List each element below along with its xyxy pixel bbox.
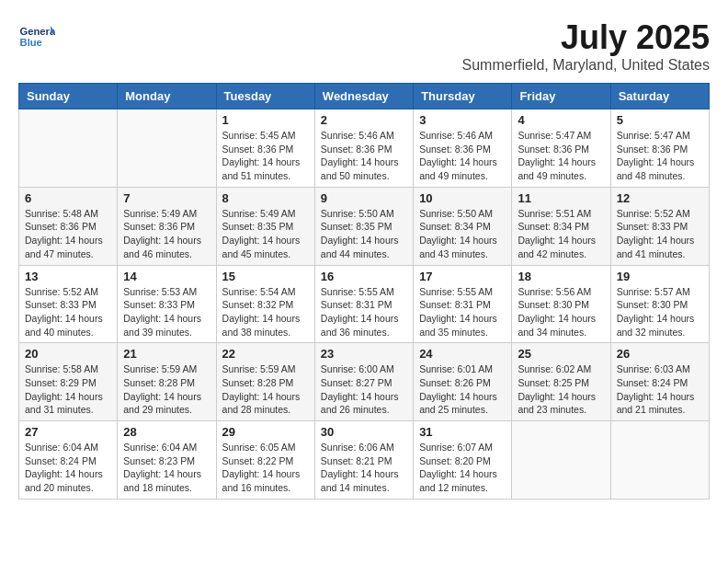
month-title: July 2025	[462, 18, 710, 57]
calendar-day-cell: 5Sunrise: 5:47 AM Sunset: 8:36 PM Daylig…	[610, 109, 709, 188]
title-section: July 2025 Summerfield, Maryland, United …	[462, 18, 710, 74]
day-number: 16	[321, 270, 407, 283]
calendar-week-row: 27Sunrise: 6:04 AM Sunset: 8:24 PM Dayli…	[19, 421, 710, 500]
day-info: Sunrise: 5:50 AM Sunset: 8:34 PM Dayligh…	[419, 207, 506, 261]
day-info: Sunrise: 5:47 AM Sunset: 8:36 PM Dayligh…	[617, 129, 703, 183]
day-info: Sunrise: 5:48 AM Sunset: 8:36 PM Dayligh…	[25, 207, 111, 261]
calendar-day-cell: 4Sunrise: 5:47 AM Sunset: 8:36 PM Daylig…	[512, 109, 610, 188]
day-number: 2	[321, 113, 407, 127]
calendar-day-cell	[19, 109, 118, 188]
calendar-day-cell: 25Sunrise: 6:02 AM Sunset: 8:25 PM Dayli…	[512, 343, 610, 421]
calendar-day-cell: 29Sunrise: 6:05 AM Sunset: 8:22 PM Dayli…	[216, 421, 314, 500]
day-number: 5	[617, 113, 703, 127]
calendar-header-row: SundayMondayTuesdayWednesdayThursdayFrid…	[19, 84, 710, 109]
calendar-day-header: Tuesday	[216, 84, 314, 109]
day-number: 23	[321, 347, 407, 361]
page-header: General Blue July 2025 Summerfield, Mary…	[18, 18, 710, 74]
calendar-day-header: Wednesday	[314, 84, 413, 109]
day-number: 26	[617, 347, 703, 361]
svg-text:General: General	[20, 26, 55, 37]
day-number: 28	[123, 425, 210, 439]
day-number: 12	[617, 191, 703, 205]
calendar-day-cell	[118, 109, 216, 188]
day-number: 19	[617, 270, 703, 283]
day-info: Sunrise: 6:04 AM Sunset: 8:23 PM Dayligh…	[123, 441, 210, 495]
day-info: Sunrise: 6:05 AM Sunset: 8:22 PM Dayligh…	[222, 441, 309, 495]
calendar-week-row: 13Sunrise: 5:52 AM Sunset: 8:33 PM Dayli…	[19, 265, 710, 343]
calendar-day-cell: 1Sunrise: 5:45 AM Sunset: 8:36 PM Daylig…	[216, 109, 314, 188]
calendar-day-cell: 15Sunrise: 5:54 AM Sunset: 8:32 PM Dayli…	[216, 265, 314, 343]
day-info: Sunrise: 5:45 AM Sunset: 8:36 PM Dayligh…	[222, 129, 309, 183]
calendar-day-cell	[512, 421, 610, 500]
day-number: 13	[25, 270, 111, 283]
day-number: 4	[518, 113, 604, 127]
calendar-day-cell	[610, 421, 709, 500]
day-info: Sunrise: 6:06 AM Sunset: 8:21 PM Dayligh…	[321, 441, 407, 495]
day-number: 31	[419, 425, 506, 439]
day-number: 30	[321, 425, 407, 439]
day-info: Sunrise: 5:50 AM Sunset: 8:35 PM Dayligh…	[321, 207, 407, 261]
calendar-day-cell: 26Sunrise: 6:03 AM Sunset: 8:24 PM Dayli…	[610, 343, 709, 421]
calendar-day-cell: 19Sunrise: 5:57 AM Sunset: 8:30 PM Dayli…	[610, 265, 709, 343]
calendar-week-row: 1Sunrise: 5:45 AM Sunset: 8:36 PM Daylig…	[19, 109, 710, 188]
day-number: 24	[419, 347, 506, 361]
day-number: 27	[25, 425, 111, 439]
day-info: Sunrise: 5:52 AM Sunset: 8:33 PM Dayligh…	[25, 285, 111, 339]
day-info: Sunrise: 6:00 AM Sunset: 8:27 PM Dayligh…	[321, 362, 407, 417]
calendar-day-cell: 9Sunrise: 5:50 AM Sunset: 8:35 PM Daylig…	[314, 187, 413, 265]
day-info: Sunrise: 5:46 AM Sunset: 8:36 PM Dayligh…	[419, 129, 506, 183]
calendar-day-header: Friday	[512, 84, 610, 109]
calendar-day-cell: 2Sunrise: 5:46 AM Sunset: 8:36 PM Daylig…	[314, 109, 413, 188]
calendar-day-cell: 6Sunrise: 5:48 AM Sunset: 8:36 PM Daylig…	[19, 187, 118, 265]
calendar-day-cell: 31Sunrise: 6:07 AM Sunset: 8:20 PM Dayli…	[414, 421, 512, 500]
calendar-day-cell: 10Sunrise: 5:50 AM Sunset: 8:34 PM Dayli…	[414, 187, 512, 265]
day-info: Sunrise: 5:54 AM Sunset: 8:32 PM Dayligh…	[222, 285, 309, 339]
calendar-day-cell: 16Sunrise: 5:55 AM Sunset: 8:31 PM Dayli…	[314, 265, 413, 343]
calendar-day-cell: 28Sunrise: 6:04 AM Sunset: 8:23 PM Dayli…	[118, 421, 216, 500]
day-info: Sunrise: 5:51 AM Sunset: 8:34 PM Dayligh…	[518, 207, 604, 261]
calendar-day-cell: 30Sunrise: 6:06 AM Sunset: 8:21 PM Dayli…	[314, 421, 413, 500]
day-number: 21	[123, 347, 210, 361]
calendar-week-row: 6Sunrise: 5:48 AM Sunset: 8:36 PM Daylig…	[19, 187, 710, 265]
day-info: Sunrise: 5:58 AM Sunset: 8:29 PM Dayligh…	[25, 362, 111, 417]
day-info: Sunrise: 6:04 AM Sunset: 8:24 PM Dayligh…	[25, 441, 111, 495]
day-info: Sunrise: 5:47 AM Sunset: 8:36 PM Dayligh…	[518, 129, 604, 183]
calendar-day-cell: 23Sunrise: 6:00 AM Sunset: 8:27 PM Dayli…	[314, 343, 413, 421]
day-info: Sunrise: 5:49 AM Sunset: 8:36 PM Dayligh…	[123, 207, 210, 261]
day-number: 18	[518, 270, 604, 283]
day-number: 15	[222, 270, 309, 283]
day-info: Sunrise: 5:53 AM Sunset: 8:33 PM Dayligh…	[123, 285, 210, 339]
logo-icon: General Blue	[18, 18, 55, 55]
day-info: Sunrise: 5:57 AM Sunset: 8:30 PM Dayligh…	[617, 285, 703, 339]
calendar-day-cell: 27Sunrise: 6:04 AM Sunset: 8:24 PM Dayli…	[19, 421, 118, 500]
day-number: 6	[25, 191, 111, 205]
calendar-day-cell: 18Sunrise: 5:56 AM Sunset: 8:30 PM Dayli…	[512, 265, 610, 343]
calendar-day-cell: 13Sunrise: 5:52 AM Sunset: 8:33 PM Dayli…	[19, 265, 118, 343]
location-subtitle: Summerfield, Maryland, United States	[462, 57, 710, 74]
day-number: 10	[419, 191, 506, 205]
day-number: 3	[419, 113, 506, 127]
calendar-day-cell: 12Sunrise: 5:52 AM Sunset: 8:33 PM Dayli…	[610, 187, 709, 265]
day-info: Sunrise: 5:59 AM Sunset: 8:28 PM Dayligh…	[123, 362, 210, 417]
day-number: 25	[518, 347, 604, 361]
calendar-day-header: Thursday	[414, 84, 512, 109]
day-number: 20	[25, 347, 111, 361]
day-info: Sunrise: 5:59 AM Sunset: 8:28 PM Dayligh…	[222, 362, 309, 417]
calendar-week-row: 20Sunrise: 5:58 AM Sunset: 8:29 PM Dayli…	[19, 343, 710, 421]
day-info: Sunrise: 6:01 AM Sunset: 8:26 PM Dayligh…	[419, 362, 506, 417]
calendar-day-cell: 17Sunrise: 5:55 AM Sunset: 8:31 PM Dayli…	[414, 265, 512, 343]
day-info: Sunrise: 5:49 AM Sunset: 8:35 PM Dayligh…	[222, 207, 309, 261]
calendar-day-cell: 20Sunrise: 5:58 AM Sunset: 8:29 PM Dayli…	[19, 343, 118, 421]
day-info: Sunrise: 6:02 AM Sunset: 8:25 PM Dayligh…	[518, 362, 604, 417]
day-info: Sunrise: 5:55 AM Sunset: 8:31 PM Dayligh…	[321, 285, 407, 339]
day-number: 1	[222, 113, 309, 127]
calendar-day-cell: 21Sunrise: 5:59 AM Sunset: 8:28 PM Dayli…	[118, 343, 216, 421]
day-info: Sunrise: 6:03 AM Sunset: 8:24 PM Dayligh…	[617, 362, 703, 417]
calendar-day-cell: 3Sunrise: 5:46 AM Sunset: 8:36 PM Daylig…	[414, 109, 512, 188]
day-number: 17	[419, 270, 506, 283]
day-info: Sunrise: 5:46 AM Sunset: 8:36 PM Dayligh…	[321, 129, 407, 183]
day-info: Sunrise: 5:52 AM Sunset: 8:33 PM Dayligh…	[617, 207, 703, 261]
day-number: 8	[222, 191, 309, 205]
calendar-day-cell: 7Sunrise: 5:49 AM Sunset: 8:36 PM Daylig…	[118, 187, 216, 265]
calendar-day-header: Monday	[118, 84, 216, 109]
